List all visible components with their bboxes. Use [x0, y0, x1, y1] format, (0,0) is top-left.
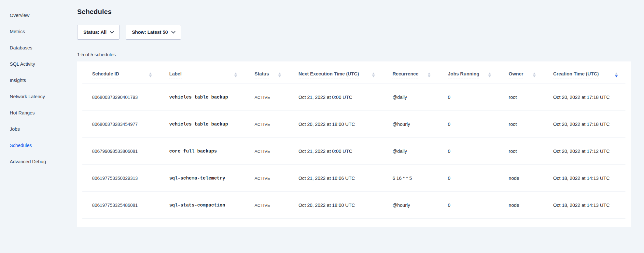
- sidebar-item-metrics[interactable]: Metrics: [10, 23, 77, 40]
- sidebar-item-databases[interactable]: Databases: [10, 40, 77, 56]
- chevron-down-icon: [110, 29, 114, 33]
- column-header-id: Schedule ID: [82, 63, 160, 84]
- column-label: Creation Time (UTC): [553, 71, 599, 78]
- schedule-status-cell: ACTIVE: [245, 192, 289, 219]
- column-sort-control[interactable]: Jobs Running: [448, 71, 491, 78]
- next-execution-cell: Oct 21, 2022 at 0:00 UTC: [289, 138, 383, 165]
- schedule-id-cell: 806197753325486081: [82, 192, 160, 219]
- schedule-label-cell: sql-schema-telemetry: [160, 165, 245, 192]
- schedule-status-cell: ACTIVE: [245, 84, 289, 111]
- owner-cell: root: [499, 138, 543, 165]
- column-label: Jobs Running: [448, 71, 480, 78]
- column-header-recurrence: Recurrence: [383, 63, 438, 84]
- column-header-jobs_running: Jobs Running: [438, 63, 499, 84]
- column-sort-control[interactable]: Creation Time (UTC): [553, 71, 618, 78]
- sidebar-nav: OverviewMetricsDatabasesSQL ActivityInsi…: [0, 0, 77, 253]
- schedule-id-cell: 806197753350029313: [82, 165, 160, 192]
- column-header-label: Label: [160, 63, 245, 84]
- schedule-label-cell: core_full_backups: [160, 138, 245, 165]
- table-row[interactable]: 806800373290401793 vehicles_table_backup…: [82, 84, 625, 111]
- status-filter-dropdown[interactable]: Status: All: [77, 25, 119, 40]
- column-label: Status: [255, 71, 269, 78]
- column-sort-control[interactable]: Schedule ID: [92, 71, 152, 78]
- owner-cell: root: [499, 111, 543, 138]
- show-filter-label: Show: Latest 50: [132, 30, 168, 35]
- schedule-label-cell: sql-stats-compaction: [160, 192, 245, 219]
- sort-arrows-icon: [533, 73, 536, 77]
- sort-arrows-icon: [372, 73, 375, 77]
- status-filter-label: Status: All: [83, 30, 106, 35]
- show-filter-dropdown[interactable]: Show: Latest 50: [126, 25, 181, 40]
- schedule-label-cell: vehicles_table_backup: [160, 84, 245, 111]
- filter-bar: Status: All Show: Latest 50: [77, 25, 631, 40]
- schedule-status-cell: ACTIVE: [245, 138, 289, 165]
- table-row[interactable]: 806197753325486081 sql-stats-compaction …: [82, 192, 625, 219]
- sort-arrows-icon: [488, 73, 491, 77]
- schedule-id-cell: 806799098533806081: [82, 138, 160, 165]
- owner-cell: node: [499, 165, 543, 192]
- chevron-down-icon: [171, 29, 175, 33]
- sidebar-item-network-latency[interactable]: Network Latency: [10, 88, 77, 105]
- sidebar-item-schedules[interactable]: Schedules: [10, 137, 77, 153]
- table-header-row: Schedule ID Label Status Next Execution …: [82, 63, 625, 84]
- column-label: Next Execution Time (UTC): [299, 71, 359, 78]
- column-label: Schedule ID: [92, 71, 119, 78]
- schedules-page: Schedules Status: All Show: Latest 50 1-…: [77, 0, 644, 253]
- sort-arrows-icon: [278, 73, 281, 77]
- jobs-running-cell: 0: [438, 192, 499, 219]
- schedule-status-cell: ACTIVE: [245, 111, 289, 138]
- column-sort-control[interactable]: Recurrence: [392, 71, 430, 78]
- column-label: Owner: [509, 71, 523, 78]
- recurrence-cell: @hourly: [383, 111, 438, 138]
- jobs-running-cell: 0: [438, 165, 499, 192]
- column-sort-control[interactable]: Label: [169, 71, 237, 78]
- creation-time-cell: Oct 20, 2022 at 17:18 UTC: [543, 84, 625, 111]
- sidebar-item-overview[interactable]: Overview: [10, 7, 77, 23]
- recurrence-cell: @daily: [383, 84, 438, 111]
- sort-arrows-icon: [234, 73, 237, 77]
- table-row[interactable]: 806197753350029313 sql-schema-telemetry …: [82, 165, 625, 192]
- column-label: Label: [169, 71, 182, 78]
- results-count: 1-5 of 5 schedules: [77, 52, 631, 57]
- column-sort-control[interactable]: Owner: [509, 71, 536, 78]
- sort-arrows-icon: [428, 73, 430, 77]
- sidebar-item-insights[interactable]: Insights: [10, 72, 77, 88]
- next-execution-cell: Oct 20, 2022 at 18:00 UTC: [289, 111, 383, 138]
- jobs-running-cell: 0: [438, 111, 499, 138]
- sort-arrows-icon: [615, 73, 618, 77]
- page-title: Schedules: [77, 8, 631, 16]
- column-sort-control[interactable]: Status: [255, 71, 281, 78]
- sidebar-item-sql-activity[interactable]: SQL Activity: [10, 56, 77, 72]
- table-row[interactable]: 806800373283454977 vehicles_table_backup…: [82, 111, 625, 138]
- owner-cell: node: [499, 192, 543, 219]
- column-header-status: Status: [245, 63, 289, 84]
- creation-time-cell: Oct 20, 2022 at 17:12 UTC: [543, 138, 625, 165]
- next-execution-cell: Oct 20, 2022 at 18:00 UTC: [289, 192, 383, 219]
- table-row[interactable]: 806799098533806081 core_full_backups ACT…: [82, 138, 625, 165]
- schedules-table-card: Schedule ID Label Status Next Execution …: [77, 61, 631, 227]
- owner-cell: root: [499, 84, 543, 111]
- recurrence-cell: @hourly: [383, 192, 438, 219]
- next-execution-cell: Oct 21, 2022 at 0:00 UTC: [289, 84, 383, 111]
- schedule-id-cell: 806800373283454977: [82, 111, 160, 138]
- jobs-running-cell: 0: [438, 84, 499, 111]
- column-header-creation_time: Creation Time (UTC): [543, 63, 625, 84]
- schedules-table: Schedule ID Label Status Next Execution …: [82, 63, 625, 219]
- sort-arrows-icon: [149, 73, 152, 77]
- next-execution-cell: Oct 21, 2022 at 16:06 UTC: [289, 165, 383, 192]
- column-header-owner: Owner: [499, 63, 543, 84]
- sidebar-item-advanced-debug[interactable]: Advanced Debug: [10, 153, 77, 170]
- creation-time-cell: Oct 18, 2022 at 14:13 UTC: [543, 192, 625, 219]
- sidebar-item-hot-ranges[interactable]: Hot Ranges: [10, 105, 77, 121]
- recurrence-cell: @daily: [383, 138, 438, 165]
- column-label: Recurrence: [392, 71, 418, 78]
- sidebar-item-jobs[interactable]: Jobs: [10, 121, 77, 137]
- recurrence-cell: 6 16 * * 5: [383, 165, 438, 192]
- schedule-status-cell: ACTIVE: [245, 165, 289, 192]
- jobs-running-cell: 0: [438, 138, 499, 165]
- schedule-label-cell: vehicles_table_backup: [160, 111, 245, 138]
- creation-time-cell: Oct 20, 2022 at 17:18 UTC: [543, 111, 625, 138]
- column-sort-control[interactable]: Next Execution Time (UTC): [299, 71, 375, 78]
- column-header-next_execution: Next Execution Time (UTC): [289, 63, 383, 84]
- creation-time-cell: Oct 18, 2022 at 14:13 UTC: [543, 165, 625, 192]
